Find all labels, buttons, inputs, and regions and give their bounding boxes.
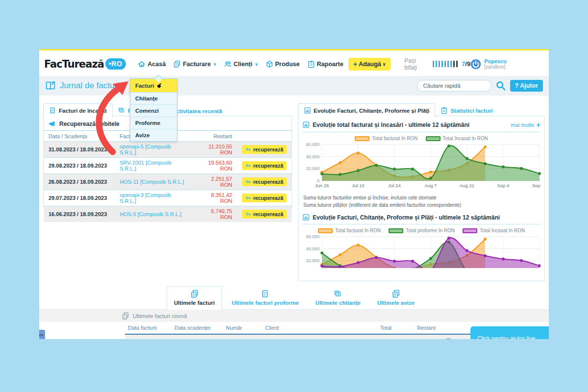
plus-icon: + [536, 121, 540, 129]
legend-item: Total încasat în RON [463, 228, 525, 233]
data-point [411, 168, 414, 171]
menu-item-facturi[interactable]: Facturi ☛ [130, 79, 177, 93]
nav-item-facturare[interactable]: Facturare ∨ [173, 60, 217, 68]
tab-statistici-facturi[interactable]: Statistici facturi [435, 104, 498, 117]
steps-label: Pași bifați [404, 57, 429, 71]
title-bar: Jurnal de facturi ? Ajutor [39, 76, 549, 96]
recover-button[interactable]: recuperează [242, 177, 287, 186]
facturare-dropdown-menu: Facturi ☛ Chitanțe Comenzi Proforme Aviz… [130, 78, 177, 142]
tab-label: Ultimele facturi proforme [232, 300, 299, 306]
table-row: 23.08.2023 18.09.2023 HOS-7 Compusib S.R… [125, 334, 483, 339]
tab-label: Evoluție Facturi, Chitanțe, Proforme și … [314, 108, 429, 114]
stats-tab-icon [441, 107, 448, 114]
nav-item-clienti[interactable]: Clienți ∨ [224, 60, 258, 68]
nav-item-rapoarte[interactable]: Rapoarte [307, 60, 343, 68]
draft-invoices-bar[interactable]: Ultimele facturi ciornă [39, 310, 549, 322]
tab-label: Activitatea recentă [172, 108, 222, 114]
cell-amount: 11.310,55 RON [193, 142, 237, 158]
more-link[interactable]: mai multe+ [511, 121, 540, 129]
y-tick-label: 40.000 [306, 154, 319, 159]
invoice-link[interactable]: SRV-1001 [Compusib S.R.L.] [120, 160, 172, 172]
draft-bar-label: Ultimele facturi ciornă [133, 313, 187, 319]
x-tick-label: Jun 26 [315, 183, 329, 188]
menu-item-label: Avize [135, 132, 150, 138]
plus-icon: + [353, 60, 357, 68]
nav-label: Acasă [147, 61, 166, 68]
invoice-number-link[interactable]: HOS-7 [223, 334, 262, 339]
tab-label: Facturi de încasat [59, 108, 107, 114]
main-nav: Acasă Facturare ∨ Clienți ∨ Produse Rapo… [138, 60, 343, 68]
legend-label: Total proforme în RON [406, 228, 455, 233]
invoice-link[interactable]: HOS-11 [Compusib S.R.L.] [120, 179, 184, 185]
data-point [393, 168, 396, 171]
y-tick-label: 20.000 [306, 166, 319, 171]
recover-button[interactable]: recuperează [242, 145, 287, 154]
receivables-table: Data / Scadența Factura Restant 31.08.20… [44, 131, 292, 222]
user-environment: [sandbox] [484, 64, 507, 70]
chart-section-header: Evoluție Facturi, Chitanțe, Proforme și … [302, 214, 540, 224]
menu-item-proforme[interactable]: Proforme [130, 117, 177, 129]
menu-item-avize[interactable]: Avize [130, 129, 177, 141]
user-menu[interactable]: Popescu [sandbox] [470, 58, 542, 70]
data-point [357, 244, 360, 246]
nav-label: Produse [275, 61, 300, 68]
chart-facturat-incasari: 020.00040.00060.000Jun 26Jul 10Jul 24Aug… [302, 142, 540, 194]
live-help-button[interactable]: Click pentru ajutor live [470, 326, 549, 339]
chart-svg: 020.00040.00060.000Jun 26Jul 10Jul 24Aug… [302, 142, 541, 192]
data-point [520, 259, 523, 262]
legend-item: Total încasat în RON [426, 136, 488, 141]
nav-label: Clienți [234, 61, 252, 68]
add-button-label: Adaugă [359, 61, 381, 68]
invoice-link[interactable]: openapi-3 [Compusib S.R.L.] [120, 192, 171, 204]
col-data-scadentei: Data scadenței [172, 323, 223, 334]
tab-facturi-de-incasat[interactable]: Facturi de încasat [43, 103, 113, 118]
nav-label: Facturare [183, 61, 211, 68]
menu-item-comenzi[interactable]: Comenzi [130, 105, 177, 117]
menu-item-label: Facturi [135, 83, 154, 89]
search-icon[interactable] [495, 80, 506, 91]
cell-date: 31.08.2023 / 18.09.2023 [44, 142, 115, 158]
steps-bars [433, 61, 458, 67]
tab-ultimele-avize[interactable]: Ultimele avize [370, 287, 421, 309]
avize-stack-icon [392, 290, 400, 298]
nav-item-acasa[interactable]: Acasă [138, 60, 166, 68]
legend-item: Total proforme în RON [389, 228, 455, 233]
recover-button[interactable]: recuperează [242, 210, 287, 219]
tab-ultimele-chitante[interactable]: Ultimele chitanțe [309, 287, 368, 309]
cell-amount: 2.251,57 RON [193, 174, 237, 190]
tab-ultimele-facturi[interactable]: Ultimele facturi [167, 286, 222, 310]
recover-button[interactable]: recuperează [242, 161, 287, 170]
client-link[interactable]: Compusib S.R.L. [262, 334, 336, 339]
key-icon [245, 195, 251, 201]
recover-label: recuperează [253, 179, 283, 185]
delete-icon[interactable]: × [456, 338, 460, 340]
table-row: 29.08.2023 / 18.09.2023 SRV-1001 [Compus… [44, 158, 292, 174]
email-icon[interactable]: @ [463, 338, 469, 340]
home-icon [138, 60, 146, 68]
invoices-icon [173, 60, 181, 68]
clients-icon [224, 60, 232, 68]
data-point [357, 169, 360, 172]
receipts-stack-icon [334, 290, 343, 298]
tab-evolutie[interactable]: Evoluție Facturi, Chitanțe, Proforme și … [298, 103, 435, 118]
menu-item-chitante[interactable]: Chitanțe [130, 93, 177, 105]
add-button[interactable]: + Adaugă ∨ [348, 58, 391, 71]
recover-button[interactable]: recuperează [242, 194, 287, 202]
chart-captions: Suma tuturor facturilor emise și închise… [303, 195, 539, 209]
cell-restant: 0,00 RON [394, 334, 439, 339]
data-point [339, 265, 342, 268]
side-widget-partial[interactable]: es [39, 330, 45, 339]
proforma-stack-icon [261, 290, 270, 298]
key-icon [245, 211, 251, 217]
nav-item-produse[interactable]: Produse [266, 60, 300, 68]
invoice-link[interactable]: HOS-5 [Compusib S.R.L.] [120, 211, 181, 217]
chart-svg: 20.00040.00060.000 [302, 234, 540, 268]
tab-ultimele-facturi-proforme[interactable]: Ultimele facturi proforme [225, 287, 306, 309]
edit-note-icon[interactable] [445, 338, 452, 339]
search-input[interactable] [417, 80, 491, 92]
invoice-link[interactable]: openapi-5 [Compusib S.R.L.] [120, 144, 171, 155]
cell-date: 26.08.2023 / 18.09.2023 [44, 174, 115, 190]
help-button[interactable]: ? Ajutor [510, 80, 543, 92]
app-logo[interactable]: FacTurează •RO [44, 58, 126, 70]
data-point [429, 257, 432, 260]
